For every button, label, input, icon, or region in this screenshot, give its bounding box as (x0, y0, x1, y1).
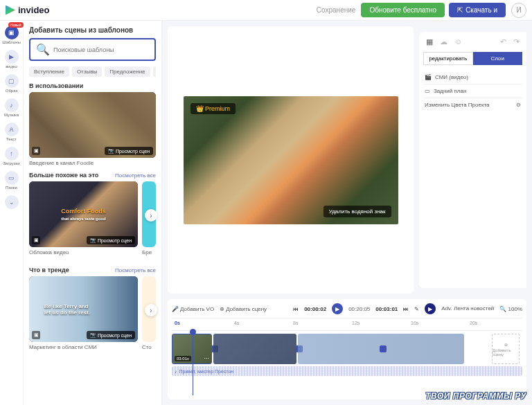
layers-icon: ▣ (32, 236, 40, 244)
plus-icon: ⊕ (504, 342, 508, 347)
brand-text: invideo (18, 5, 50, 15)
skip-back-icon[interactable]: ⏮ (293, 306, 299, 312)
add-scene-tile[interactable]: ⊕ Добавить сцену (492, 334, 520, 364)
search-input[interactable] (53, 46, 149, 53)
zoom-label[interactable]: 🔍 100% (499, 306, 522, 312)
preview-canvas[interactable]: 👑 Premium Удалить водяной знак (168, 26, 414, 294)
preview-badge[interactable]: 📷 Просмотр сцен (87, 236, 135, 244)
text-icon: A (5, 123, 19, 136)
timeline-track[interactable]: 03:01с ⋯ ⊕ Добавить сцену ♪ (172, 331, 522, 395)
tab-layers[interactable]: Слои (473, 52, 523, 65)
preview-image: 👑 Premium Удалить водяной знак (184, 96, 398, 224)
clip-handle[interactable] (380, 345, 387, 352)
next-arrow[interactable]: › (145, 209, 157, 222)
section-similar-title: Больше похоже на это (29, 172, 98, 179)
layer-colors[interactable]: Изменить Цвета Проекта⊖ (423, 98, 522, 111)
panel-title: Добавить сцены из шаблонов (29, 26, 156, 34)
logo[interactable]: invideo (6, 5, 50, 15)
add-vo-button[interactable]: 🎤 Добавить VO (172, 306, 214, 312)
time-current: 00:00:02 (304, 306, 326, 312)
nav-text[interactable]: A Текст (1, 120, 22, 143)
layers-icon: ▣ (32, 147, 40, 155)
premium-badge: 👑 Premium (190, 103, 236, 114)
chip-offer[interactable]: Предложение (105, 66, 150, 77)
topbar: invideo Сохранение Обновите бесплатно ⇱ … (0, 0, 532, 21)
chip-reviews[interactable]: Отзывы (72, 66, 102, 77)
grid-icon[interactable]: ▦ (426, 37, 433, 46)
nav-folders[interactable]: ▭ Папки (1, 169, 22, 192)
nav-video[interactable]: ▶ видео (1, 48, 22, 71)
time-total: 00:03:01 (375, 306, 398, 312)
adv-label[interactable]: Adv. Лента новостей (441, 306, 494, 312)
properties-panel: ▦ ☁ ☺ ↶ ↷ редактировать Слои 🎬СМИ (видео… (419, 32, 526, 288)
search-icon: 🔍 (36, 43, 50, 56)
add-scene-button[interactable]: ⊕ Добавить сцену (220, 306, 267, 312)
templates-panel: Добавить сцены из шаблонов 🔍 Вступление … (24, 21, 162, 405)
template-thumb-comfort[interactable]: Comfort Foodsthat always taste good ▣ 📷 … (29, 181, 138, 247)
upload-icon: ↑ (5, 147, 19, 161)
bg-icon: ▭ (425, 88, 430, 94)
music-icon: ♪ (175, 369, 177, 374)
next-arrow[interactable]: › (145, 304, 157, 316)
section-inuse-title: В использовании (29, 82, 83, 89)
music-icon: ♪ (5, 98, 19, 112)
category-chips: Вступление Отзывы Предложение С (29, 66, 156, 77)
next-button[interactable]: ▶ (425, 303, 436, 314)
thumb-caption: Введение в канал Foodie (29, 160, 156, 166)
remove-watermark-button[interactable]: Удалить водяной знак (323, 206, 391, 217)
redo-icon[interactable]: ↷ (513, 37, 520, 46)
view-all-link[interactable]: Посмотреть все (115, 267, 156, 273)
search-box[interactable]: 🔍 (29, 38, 156, 61)
logo-icon (6, 6, 15, 15)
skip-fwd-icon[interactable]: ⏭ (403, 306, 409, 312)
image-icon: ▢ (5, 74, 19, 88)
tab-edit[interactable]: редактировать (423, 52, 473, 65)
folder-icon: ▭ (5, 171, 19, 185)
avatar[interactable]: И (511, 3, 526, 18)
time-mid: 00:20:05 (348, 306, 370, 312)
chip-intro[interactable]: Вступление (29, 66, 69, 77)
layer-background[interactable]: ▭Задний план (423, 84, 522, 98)
layer-media[interactable]: 🎬СМИ (видео) (423, 71, 522, 84)
chevron-down-icon: ⌄ (5, 195, 19, 209)
left-nav: Новый ▣ Шаблоны ▶ видео ▢ Образ ♪ Музыка… (0, 21, 24, 405)
timeline-ruler[interactable]: 0s 4s 8s 12s 16s 20s (172, 318, 522, 331)
preview-badge[interactable]: 📷 Просмотр сцен (87, 331, 135, 339)
upgrade-button[interactable]: Обновите бесплатно (361, 3, 445, 17)
video-icon: ▶ (5, 50, 19, 64)
view-all-link[interactable]: Посмотреть все (115, 172, 156, 179)
timeline-clip-0[interactable]: 03:01с ⋯ (172, 334, 212, 364)
play-button[interactable]: ▶ (332, 303, 343, 314)
share-icon: ⇱ (457, 6, 463, 14)
section-trending-title: Что в тренде (29, 267, 69, 273)
nav-music[interactable]: ♪ Музыка (1, 96, 22, 119)
video-icon: 🎬 (425, 74, 432, 80)
save-status: Сохранение (317, 6, 356, 14)
nav-more[interactable]: ⌄ (1, 193, 22, 211)
playhead[interactable] (193, 331, 193, 395)
preview-badge[interactable]: 📷 Просмотр сцен (105, 147, 153, 155)
timeline: 🎤 Добавить VO ⊕ Добавить сцену ⏮ 00:00:0… (168, 299, 526, 399)
timeline-clip-1[interactable] (213, 334, 296, 364)
template-thumb-inuse[interactable]: ▣ 📷 Просмотр сцен (29, 92, 156, 158)
nav-uploads[interactable]: ↑ Загрузки (1, 145, 22, 168)
template-thumb-terry[interactable]: Be like Terry andlet us do the rest. ▣ 📷… (29, 276, 138, 342)
templates-icon: ▣ (5, 26, 19, 39)
nav-templates[interactable]: Новый ▣ Шаблоны (1, 24, 22, 46)
undo-icon[interactable]: ↶ (500, 37, 506, 46)
clip-menu-icon[interactable]: ⋯ (204, 355, 209, 361)
edit-icon[interactable]: ✎ (414, 306, 419, 312)
minus-icon: ⊖ (516, 102, 521, 108)
nav-image[interactable]: ▢ Образ (1, 72, 22, 95)
smile-icon[interactable]: ☺ (454, 37, 462, 46)
download-button[interactable]: ⇱ Скачать и (449, 3, 506, 17)
chip-more[interactable]: С (153, 66, 156, 77)
cloud-icon[interactable]: ☁ (440, 37, 447, 46)
audio-track[interactable]: ♪ Привет, мистер Престон (172, 366, 522, 376)
layers-icon: ▣ (32, 331, 40, 339)
site-watermark: ТВОИ ПРОГРАММЫ РУ (425, 391, 526, 401)
